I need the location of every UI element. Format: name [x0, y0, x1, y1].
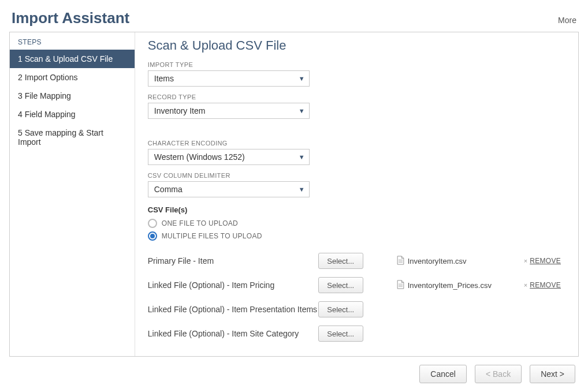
record-type-label: RECORD TYPE [148, 93, 565, 100]
chosen-file: InventoryItem.csv [397, 256, 524, 267]
close-icon: × [524, 257, 527, 264]
back-button[interactable]: < Back [475, 365, 522, 383]
main-content: Scan & Upload CSV File IMPORT TYPE Items… [135, 32, 578, 356]
page-title: Import Assistant [12, 9, 129, 27]
more-menu[interactable]: More [558, 16, 576, 25]
chosen-file-name: InventoryItem.csv [408, 257, 467, 265]
file-row: Linked File (Optional) - Item Presentati… [148, 297, 565, 321]
step-item-4[interactable]: 4 Field Mapping [10, 105, 135, 124]
delimiter-select[interactable]: Comma [148, 181, 310, 197]
wizard-panel: STEPS 1 Scan & Upload CSV File2 Import O… [9, 32, 579, 357]
steps-sidebar: STEPS 1 Scan & Upload CSV File2 Import O… [10, 32, 135, 356]
chosen-file: InventoryItem_Prices.csv [397, 280, 524, 291]
file-row-label: Linked File (Optional) - Item Pricing [148, 280, 318, 290]
file-row: Linked File (Optional) - Item Site Categ… [148, 321, 565, 346]
radio-multiple-files-label: MULTIPLE FILES TO UPLOAD [162, 232, 262, 240]
remove-file-link[interactable]: REMOVE [530, 281, 561, 289]
encoding-label: CHARACTER ENCODING [148, 140, 565, 147]
import-type-select[interactable]: Items [148, 70, 310, 87]
select-file-button[interactable]: Select... [318, 326, 363, 342]
file-icon [397, 280, 404, 291]
radio-one-file[interactable] [148, 219, 157, 228]
encoding-select[interactable]: Western (Windows 1252) [148, 149, 310, 165]
file-row-label: Linked File (Optional) - Item Presentati… [148, 305, 318, 314]
select-file-button[interactable]: Select... [318, 253, 363, 269]
steps-heading: STEPS [10, 32, 135, 50]
file-row: Primary File - ItemSelect...InventoryIte… [148, 249, 565, 273]
import-type-label: IMPORT TYPE [148, 61, 565, 68]
select-file-button[interactable]: Select... [318, 301, 363, 317]
section-title: Scan & Upload CSV File [148, 38, 565, 53]
step-item-2[interactable]: 2 Import Options [10, 68, 135, 87]
record-type-select[interactable]: Inventory Item [148, 103, 310, 119]
file-row-label: Primary File - Item [148, 256, 318, 265]
radio-one-file-label: ONE FILE TO UPLOAD [162, 219, 238, 227]
chosen-file-name: InventoryItem_Prices.csv [408, 281, 492, 290]
step-item-3[interactable]: 3 File Mapping [10, 87, 135, 105]
radio-multiple-files[interactable] [148, 231, 157, 241]
next-button[interactable]: Next > [530, 365, 575, 383]
file-row: Linked File (Optional) - Item PricingSel… [148, 273, 565, 297]
remove-file-link[interactable]: REMOVE [530, 257, 561, 265]
cancel-button[interactable]: Cancel [419, 365, 467, 383]
step-item-5[interactable]: 5 Save mapping & Start Import [10, 124, 135, 151]
step-item-1[interactable]: 1 Scan & Upload CSV File [10, 50, 135, 68]
file-icon [397, 256, 404, 267]
delimiter-label: CSV COLUMN DELIMITER [148, 172, 565, 179]
footer-buttons: Cancel < Back Next > [9, 357, 579, 386]
csv-files-heading: CSV File(s) [148, 205, 565, 214]
file-row-label: Linked File (Optional) - Item Site Categ… [148, 329, 318, 338]
close-icon: × [524, 282, 527, 289]
select-file-button[interactable]: Select... [318, 277, 363, 293]
